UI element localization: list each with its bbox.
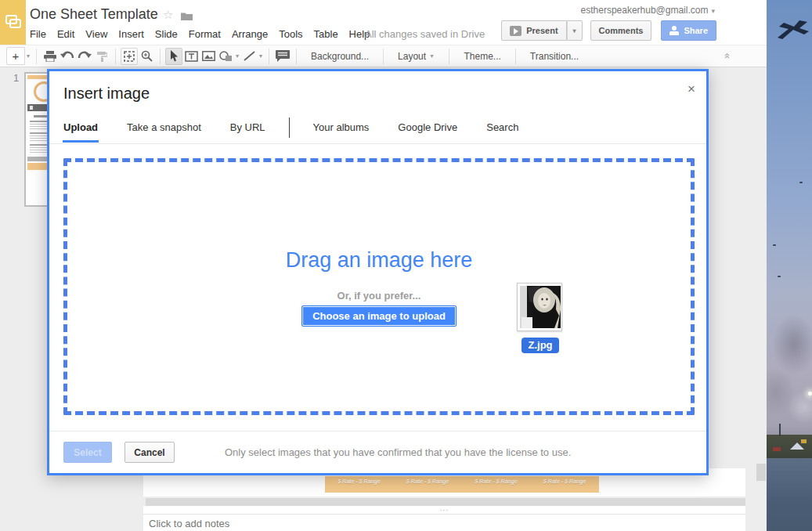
share-person-icon	[669, 26, 679, 35]
rate-label: $ Rate - $ Range	[543, 479, 586, 484]
image-dropzone[interactable]: Drag an image here Or, if you prefer... …	[63, 158, 695, 415]
redo-button[interactable]	[76, 48, 93, 65]
tab-divider	[289, 117, 290, 138]
text-box-tool-button[interactable]	[182, 48, 200, 65]
dragged-file-name-badge: Z.jpg	[521, 338, 558, 353]
license-note: Only select images that you have confirm…	[225, 446, 571, 458]
star-icon[interactable]: ☆	[163, 8, 173, 22]
menu-edit[interactable]: Edit	[54, 27, 82, 42]
shape-tool-button[interactable]	[217, 48, 234, 65]
dialog-tab-bar: Upload Take a snapshot By URL Your album…	[63, 120, 706, 143]
toolbar: + ▾ ▾ ▾ Background... Layout ▾	[0, 45, 767, 67]
slide-orange-strip: $ Rate - $ Range $ Rate - $ Range $ Rate…	[325, 476, 599, 493]
background-photo	[767, 0, 812, 531]
menu-arrange[interactable]: Arrange	[229, 27, 276, 42]
tab-upload[interactable]: Upload	[63, 121, 98, 143]
menu-file[interactable]: File	[27, 27, 54, 42]
menu-view[interactable]: View	[82, 27, 115, 42]
menu-insert[interactable]: Insert	[115, 27, 152, 42]
comment-tool-button[interactable]	[274, 48, 291, 65]
background-button[interactable]: Background...	[301, 48, 378, 65]
dropzone-headline: Drag an image here	[67, 248, 691, 273]
app-header: One Sheet Template ☆ File Edit View Inse…	[0, 0, 767, 45]
close-icon[interactable]: ×	[687, 82, 695, 96]
share-label: Share	[684, 26, 708, 35]
paint-format-button[interactable]	[93, 48, 110, 65]
theme-button[interactable]: Theme...	[454, 48, 510, 65]
menu-format[interactable]: Format	[186, 27, 229, 42]
rate-label: $ Rate - $ Range	[475, 479, 518, 484]
layout-button[interactable]: Layout ▾	[388, 48, 444, 65]
print-button[interactable]	[42, 48, 59, 65]
distant-bird-icon	[778, 276, 781, 277]
dialog-footer: Select Cancel Only select images that yo…	[49, 431, 706, 473]
rate-label: $ Rate - $ Range	[406, 479, 449, 484]
distant-bird-icon	[799, 182, 803, 183]
bird-silhouette-icon	[776, 19, 810, 45]
shape-caret-icon[interactable]: ▾	[236, 52, 239, 60]
select-tool-button[interactable]	[165, 48, 182, 65]
tab-google-drive[interactable]: Google Drive	[398, 121, 457, 143]
share-button[interactable]: Share	[661, 20, 716, 41]
document-title[interactable]: One Sheet Template	[30, 6, 158, 23]
shoreline	[767, 435, 812, 458]
rate-label: $ Rate - $ Range	[338, 479, 381, 484]
present-dropdown-button[interactable]: ▾	[567, 20, 583, 41]
tab-search[interactable]: Search	[486, 121, 518, 143]
hide-toolbar-button[interactable]: »	[720, 53, 732, 59]
dialog-title: Insert image	[49, 71, 706, 103]
distant-bird-icon	[773, 244, 776, 246]
clouds	[767, 298, 812, 439]
undo-button[interactable]	[59, 48, 76, 65]
account-caret-icon: ▾	[711, 7, 715, 15]
menu-table[interactable]: Table	[311, 27, 346, 42]
slides-logo-icon[interactable]	[0, 0, 26, 45]
notes-placeholder: Click to add notes	[143, 515, 745, 529]
dragged-file-thumbnail	[517, 283, 562, 331]
zoom-fit-button[interactable]	[121, 48, 138, 65]
menu-slide[interactable]: Slide	[152, 27, 186, 42]
comments-button[interactable]: Comments	[590, 20, 652, 41]
cancel-button[interactable]: Cancel	[125, 442, 175, 463]
present-label: Present	[526, 26, 558, 35]
vertical-scrollbar[interactable]	[756, 464, 766, 481]
transition-button[interactable]: Transition...	[521, 48, 588, 65]
insert-image-dialog: Insert image × Upload Take a snapshot By…	[47, 69, 709, 475]
folder-icon[interactable]	[181, 10, 193, 24]
tab-your-albums[interactable]: Your albums	[313, 121, 370, 143]
layout-caret-icon: ▾	[430, 52, 433, 60]
layout-label: Layout	[398, 51, 426, 62]
notes-resize-handle[interactable]: ...	[143, 506, 745, 514]
slide-number: 1	[13, 72, 19, 84]
line-tool-button[interactable]	[240, 48, 258, 65]
drag-dots-icon: ...	[143, 506, 745, 511]
choose-image-button[interactable]: Choose an image to upload	[301, 305, 457, 327]
comments-label: Comments	[599, 26, 644, 35]
present-play-icon	[510, 26, 521, 36]
menu-tools[interactable]: Tools	[276, 27, 310, 42]
account-email: estherspeakerhub@gmail.com	[581, 5, 709, 16]
tab-take-a-snapshot[interactable]: Take a snapshot	[127, 121, 201, 143]
sun-glow	[808, 392, 812, 396]
insert-image-tool-button[interactable]	[200, 48, 217, 65]
new-slide-button[interactable]: +	[6, 47, 25, 65]
menu-bar: File Edit View Insert Slide Format Arran…	[27, 27, 377, 42]
speaker-notes-area[interactable]: Click to add notes	[143, 514, 745, 531]
tab-by-url[interactable]: By URL	[230, 121, 265, 143]
present-button[interactable]: Present	[501, 20, 566, 41]
select-button[interactable]: Select	[63, 442, 112, 463]
new-slide-caret-icon[interactable]: ▾	[27, 52, 30, 60]
water	[767, 458, 812, 531]
dropzone-subline: Or, if you prefer...	[67, 290, 691, 302]
line-caret-icon[interactable]: ▾	[259, 52, 262, 60]
dragged-file-ghost: Z.jpg	[517, 283, 564, 353]
save-status-text[interactable]: All changes saved in Drive	[365, 28, 485, 40]
zoom-button[interactable]	[138, 48, 155, 65]
account-menu[interactable]: estherspeakerhub@gmail.com▾	[581, 5, 715, 16]
